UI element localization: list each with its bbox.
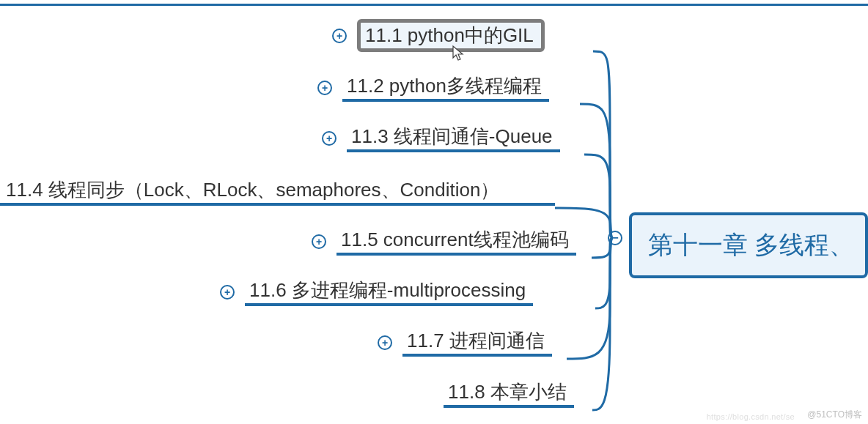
watermark-text: @51CTO博客 (807, 409, 862, 421)
node-label: 11.2 python多线程编程 (342, 73, 549, 101)
mindmap-node-11-4[interactable]: 11.4 线程同步（Lock、RLock、semaphores、Conditio… (0, 177, 555, 206)
mindmap-node-11-7[interactable]: + 11.7 进程间通信 (378, 328, 552, 357)
mindmap-root-node[interactable]: 第十一章 多线程、 (629, 212, 868, 278)
node-label: 11.7 进程间通信 (402, 328, 552, 356)
node-label: 11.1 python中的GIL (361, 20, 541, 51)
minus-icon[interactable]: − (608, 231, 622, 245)
node-label: 11.6 多进程编程-multiprocessing (245, 278, 533, 305)
mindmap-node-11-8[interactable]: 11.8 本章小结 (444, 379, 574, 408)
node-label: 11.8 本章小结 (444, 379, 574, 407)
plus-icon[interactable]: + (378, 335, 392, 350)
plus-icon[interactable]: + (332, 29, 347, 43)
plus-icon[interactable]: + (317, 81, 332, 95)
watermark-url: https://blog.csdn.net/se (707, 412, 795, 421)
node-label: 11.3 线程间通信-Queue (347, 124, 560, 152)
mindmap-node-11-1[interactable]: + 11.1 python中的GIL (332, 19, 545, 52)
plus-icon[interactable]: + (220, 285, 235, 300)
plus-icon[interactable]: + (312, 234, 326, 249)
mindmap-node-11-6[interactable]: + 11.6 多进程编程-multiprocessing (220, 278, 533, 306)
collapse-toggle[interactable]: − (608, 231, 622, 245)
node-label: 11.4 线程同步（Lock、RLock、semaphores、Conditio… (0, 177, 507, 205)
plus-icon[interactable]: + (322, 131, 336, 146)
top-border (0, 4, 868, 6)
root-title: 第十一章 多线程、 (648, 228, 854, 262)
node-label: 11.5 concurrent线程池编码 (336, 227, 576, 255)
mindmap-node-11-3[interactable]: + 11.3 线程间通信-Queue (322, 124, 560, 152)
mindmap-node-11-5[interactable]: + 11.5 concurrent线程池编码 (312, 227, 576, 256)
mindmap-node-11-2[interactable]: + 11.2 python多线程编程 (317, 73, 549, 102)
